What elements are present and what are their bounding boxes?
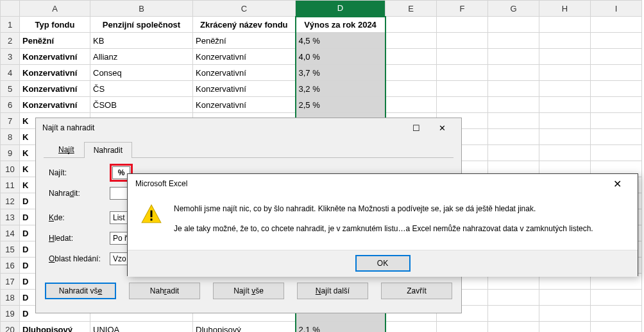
cell[interactable] (539, 33, 591, 49)
col-header-F[interactable]: F (437, 1, 488, 17)
cell[interactable]: Allianz (90, 49, 193, 65)
cell[interactable]: Konzervativní (193, 81, 296, 97)
cell[interactable]: Conseq (90, 65, 193, 81)
cell[interactable] (591, 33, 642, 49)
cell[interactable] (591, 145, 642, 161)
cell[interactable] (488, 97, 539, 113)
cell[interactable]: 2,5 % (296, 97, 386, 113)
tab-replace[interactable]: Nahradit (84, 142, 132, 158)
cell[interactable] (437, 49, 488, 65)
cell[interactable]: Konzervativní (193, 49, 296, 65)
cell[interactable] (539, 97, 591, 113)
col-header-E[interactable]: E (386, 1, 437, 17)
col-header-A[interactable]: A (20, 1, 90, 17)
cell[interactable]: Konzervativní (20, 81, 90, 97)
cell[interactable]: 4,5 % (296, 33, 386, 49)
col-header-H[interactable]: H (539, 1, 591, 17)
row-header[interactable]: 17 (1, 274, 20, 290)
dialog-titlebar[interactable]: Najít a nahradit ☐ ✕ (36, 118, 461, 137)
tab-find[interactable]: Najít (49, 141, 84, 157)
cell[interactable] (488, 145, 539, 161)
cell[interactable]: Konzervativní (193, 97, 296, 113)
cell[interactable]: Dluhopisový (20, 322, 90, 333)
cell[interactable] (488, 113, 539, 129)
row-header[interactable]: 2 (1, 33, 20, 49)
replace-button[interactable]: Nahradit (129, 283, 200, 299)
cell[interactable] (591, 129, 642, 145)
cell[interactable] (437, 322, 488, 333)
cell[interactable]: 3,2 % (296, 81, 386, 97)
cell[interactable] (386, 65, 437, 81)
msgbox-close-button[interactable]: ✕ (604, 178, 630, 190)
col-header-C[interactable]: C (193, 1, 296, 17)
cell[interactable]: Zkrácený název fondu (193, 17, 296, 33)
row-header[interactable]: 13 (1, 209, 20, 225)
cell[interactable]: Konzervativní (20, 97, 90, 113)
row-header[interactable]: 6 (1, 97, 20, 113)
cell[interactable] (591, 81, 642, 97)
cell[interactable] (488, 17, 539, 33)
col-header-B[interactable]: B (90, 1, 193, 17)
cell[interactable] (539, 322, 591, 333)
cell[interactable] (488, 49, 539, 65)
col-header-I[interactable]: I (591, 1, 642, 17)
cell[interactable] (539, 113, 591, 129)
cell[interactable]: Peněžní (193, 33, 296, 49)
msgbox-ok-button[interactable]: OK (356, 256, 410, 271)
row-header[interactable]: 11 (1, 177, 20, 193)
cell[interactable] (386, 17, 437, 33)
row-header[interactable]: 15 (1, 241, 20, 258)
msgbox-titlebar[interactable]: Microsoft Excel ✕ (128, 174, 638, 193)
cell[interactable] (488, 306, 539, 322)
cell[interactable]: KB (90, 33, 193, 49)
cell[interactable] (591, 290, 642, 306)
col-header-G[interactable]: G (488, 1, 539, 17)
cell[interactable] (539, 65, 591, 81)
close-dialog-button[interactable]: Zavřít (381, 283, 452, 299)
cell[interactable]: Konzervativní (193, 65, 296, 81)
cell[interactable] (591, 306, 642, 322)
cell[interactable] (386, 49, 437, 65)
cell[interactable]: Peněžní (20, 33, 90, 49)
row-header[interactable]: 10 (1, 161, 20, 177)
row-header[interactable]: 3 (1, 49, 20, 65)
cell[interactable] (488, 65, 539, 81)
cell[interactable] (591, 97, 642, 113)
cell[interactable]: Výnos za rok 2024 (296, 17, 386, 33)
row-header[interactable]: 12 (1, 193, 20, 209)
cell[interactable] (437, 97, 488, 113)
row-header[interactable]: 18 (1, 290, 20, 306)
row-header[interactable]: 7 (1, 113, 20, 129)
cell[interactable] (591, 322, 642, 333)
col-header-D[interactable]: D (296, 1, 386, 17)
cell[interactable]: Konzervativní (20, 65, 90, 81)
row-header[interactable]: 1 (1, 17, 20, 33)
row-header[interactable]: 9 (1, 145, 20, 161)
find-next-button[interactable]: Najít další (297, 283, 368, 299)
find-all-button[interactable]: Najít vše (213, 283, 284, 299)
row-header[interactable]: 4 (1, 65, 20, 81)
cell[interactable] (488, 129, 539, 145)
cell[interactable]: Konzervativní (20, 49, 90, 65)
cell[interactable]: ČS (90, 81, 193, 97)
cell[interactable] (539, 306, 591, 322)
cell[interactable]: Dluhopisový (193, 322, 296, 333)
cell[interactable] (488, 33, 539, 49)
cell[interactable] (386, 322, 437, 333)
cell[interactable] (591, 113, 642, 129)
cell[interactable] (488, 290, 539, 306)
cell[interactable] (591, 65, 642, 81)
cell[interactable]: Typ fondu (20, 17, 90, 33)
cell[interactable] (539, 129, 591, 145)
maximize-button[interactable]: ☐ (403, 119, 429, 137)
cell[interactable] (437, 65, 488, 81)
cell[interactable]: Penzijní společnost (90, 17, 193, 33)
cell[interactable] (386, 81, 437, 97)
cell[interactable] (591, 49, 642, 65)
row-header[interactable]: 14 (1, 225, 20, 241)
cell[interactable] (539, 81, 591, 97)
cell[interactable] (386, 33, 437, 49)
cell[interactable] (437, 17, 488, 33)
cell[interactable] (386, 97, 437, 113)
cell[interactable] (539, 17, 591, 33)
